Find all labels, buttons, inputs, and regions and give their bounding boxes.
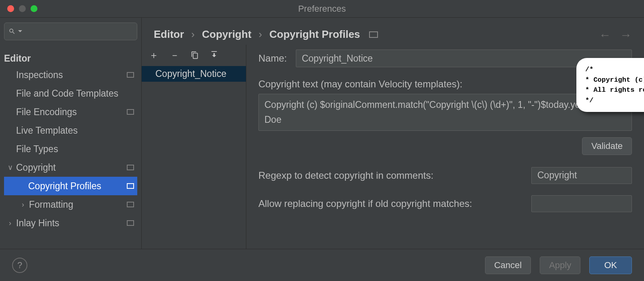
- scope-badge-icon: [369, 31, 378, 38]
- sidebar-item-file-code-templates[interactable]: File and Code Templates: [4, 84, 137, 103]
- zoom-window-icon[interactable]: [31, 5, 37, 12]
- tooltip-line: */: [585, 95, 644, 106]
- profile-list-item[interactable]: Copyright_Notice: [142, 66, 246, 82]
- tooltip-line: /*: [585, 64, 644, 75]
- sidebar-item-file-types[interactable]: File Types: [4, 140, 137, 158]
- help-button[interactable]: ?: [12, 258, 27, 273]
- chevron-right-icon: ›: [259, 28, 262, 41]
- sidebar-item-inlay-hints[interactable]: ›Inlay Hints: [4, 214, 137, 232]
- profile-toolbar: ＋ －: [142, 45, 246, 66]
- title-bar: Preferences: [0, 0, 644, 18]
- tree-header: Editor: [4, 50, 137, 66]
- profile-list-column: ＋ － Copyright_Notice: [142, 45, 246, 249]
- sidebar-item-inspections[interactable]: Inspections: [4, 66, 137, 84]
- search-input[interactable]: [25, 27, 133, 36]
- scope-badge-icon: [127, 72, 134, 78]
- add-icon[interactable]: ＋: [149, 49, 159, 62]
- allow-replace-field[interactable]: [531, 195, 632, 212]
- sidebar-item-copyright-profiles[interactable]: Copyright Profiles: [4, 177, 137, 195]
- copy-icon[interactable]: [191, 49, 199, 62]
- scope-badge-icon: [127, 220, 134, 226]
- window-controls: [0, 5, 37, 12]
- back-icon[interactable]: ←: [599, 28, 611, 42]
- sidebar-item-formatting[interactable]: ›Formatting: [4, 195, 137, 214]
- scope-badge-icon: [127, 202, 134, 207]
- scope-badge-icon: [127, 183, 134, 189]
- remove-icon[interactable]: －: [170, 49, 180, 62]
- close-window-icon[interactable]: [7, 5, 14, 12]
- tooltip-line: * All rights reserved: [585, 85, 644, 95]
- preview-tooltip: /* * Copyright (c) 2021-2021 Jane Doe * …: [576, 58, 644, 112]
- search-icon: [8, 28, 16, 35]
- scope-badge-icon: [127, 165, 134, 170]
- name-label: Name:: [258, 53, 287, 64]
- copyright-text-label: Copyright text (may contain Velocity tem…: [258, 79, 632, 90]
- chevron-right-icon: ›: [7, 219, 13, 227]
- regexp-field[interactable]: [531, 167, 632, 184]
- cancel-button[interactable]: Cancel: [485, 256, 531, 274]
- window-title: Preferences: [0, 4, 644, 14]
- validate-button[interactable]: Validate: [582, 137, 632, 155]
- search-input-wrap[interactable]: [4, 23, 137, 40]
- chevron-right-icon: ›: [20, 200, 26, 209]
- chevron-down-icon: [18, 29, 22, 33]
- regexp-label: Regexp to detect copyright in comments:: [258, 170, 433, 181]
- sidebar: Editor Inspections File and Code Templat…: [0, 18, 142, 249]
- apply-button[interactable]: Apply: [540, 256, 580, 274]
- scope-badge-icon: [127, 109, 134, 115]
- sidebar-item-copyright[interactable]: ∨Copyright: [4, 158, 137, 177]
- chevron-down-icon: ∨: [7, 163, 13, 172]
- breadcrumb-item[interactable]: Copyright: [202, 28, 252, 41]
- tooltip-line: * Copyright (c) 2021-2021 Jane Doe: [585, 75, 644, 85]
- copyright-text-field[interactable]: [258, 94, 632, 131]
- breadcrumb-item[interactable]: Copyright Profiles: [269, 28, 360, 41]
- sidebar-item-live-templates[interactable]: Live Templates: [4, 121, 137, 140]
- minimize-window-icon[interactable]: [19, 5, 26, 12]
- breadcrumb-item[interactable]: Editor: [154, 28, 184, 41]
- forward-icon[interactable]: →: [620, 28, 632, 42]
- settings-tree: Editor Inspections File and Code Templat…: [4, 50, 137, 232]
- import-icon[interactable]: [210, 49, 218, 62]
- nav-arrows: ← →: [599, 28, 632, 42]
- dialog-footer: ? Cancel Apply OK: [0, 249, 644, 281]
- chevron-right-icon: ›: [191, 28, 195, 41]
- sidebar-item-file-encodings[interactable]: File Encodings: [4, 103, 137, 121]
- allow-replace-label: Allow replacing copyright if old copyrig…: [258, 198, 472, 209]
- ok-button[interactable]: OK: [589, 256, 632, 274]
- main-panel: Editor › Copyright › Copyright Profiles …: [142, 18, 644, 249]
- breadcrumb: Editor › Copyright › Copyright Profiles: [142, 18, 644, 45]
